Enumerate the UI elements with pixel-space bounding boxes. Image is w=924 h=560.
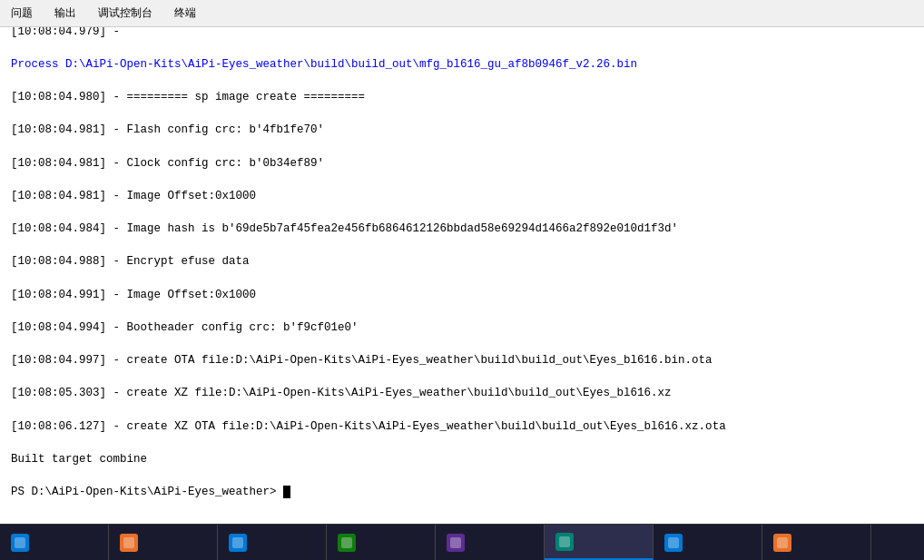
taskbar-icon-6 [664,534,683,552]
taskbar [0,524,924,560]
menubar-item-3[interactable]: 终端 [171,4,200,23]
taskbar-icon-0 [11,534,29,552]
terminal-line: [10:08:04.988] - Encrypt efuse data [11,253,913,270]
terminal-output[interactable]: [10:08:04.925] - 4K header found,append … [0,27,924,524]
menubar-item-1[interactable]: 输出 [51,4,80,23]
terminal-line: [10:08:04.979] - [11,27,913,40]
taskbar-item-0[interactable] [0,525,109,560]
menubar-item-2[interactable]: 调试控制台 [94,4,156,23]
svg-rect-7 [777,537,788,548]
terminal-line: [10:08:04.980] - ========= sp image crea… [11,89,913,105]
terminal-line: [10:08:06.127] - create XZ OTA file:D:\A… [11,418,913,435]
terminal-line: [10:08:04.981] - Image Offset:0x1000 [11,188,913,204]
taskbar-item-5[interactable] [545,525,654,560]
terminal-line: [10:08:05.303] - create XZ file:D:\AiPi-… [11,385,913,401]
svg-rect-3 [341,537,352,548]
taskbar-item-3[interactable] [327,525,436,560]
terminal-line: PS D:\AiPi-Open-Kits\AiPi-Eyes_weather> [11,484,913,500]
terminal-line: [10:08:04.984] - Image hash is b'69de5b7… [11,221,913,237]
svg-rect-5 [559,536,570,547]
terminal-line: [10:08:04.997] - create OTA file:D:\AiPi… [11,352,913,368]
taskbar-item-2[interactable] [218,525,327,560]
taskbar-item-4[interactable] [436,525,545,560]
main-window: 问题输出调试控制台终端 [10:08:04.925] - 4K header f… [0,0,924,560]
terminal-line: Process D:\AiPi-Open-Kits\AiPi-Eyes_weat… [11,56,913,73]
taskbar-icon-5 [555,533,574,551]
taskbar-icon-7 [773,534,791,552]
taskbar-icon-2 [229,534,247,552]
svg-rect-2 [232,537,243,548]
taskbar-icon-4 [447,534,465,552]
terminal-line: [10:08:04.994] - Bootheader config crc: … [11,319,913,336]
terminal-line: Built target combine [11,451,913,467]
terminal-line: [10:08:04.981] - Clock config crc: b'0b3… [11,155,913,172]
menubar-item-0[interactable]: 问题 [7,4,36,23]
taskbar-item-7[interactable] [762,525,871,560]
taskbar-item-1[interactable] [109,525,218,560]
svg-rect-4 [450,537,461,548]
taskbar-icon-1 [120,534,138,552]
terminal-cursor [283,486,290,498]
taskbar-icon-3 [338,534,356,552]
terminal-line: [10:08:04.991] - Image Offset:0x1000 [11,287,913,303]
svg-rect-0 [15,537,25,548]
menubar: 问题输出调试控制台终端 [0,0,924,27]
svg-rect-1 [123,537,134,548]
taskbar-item-6[interactable] [654,525,762,560]
svg-rect-6 [668,537,679,548]
terminal-line: [10:08:04.981] - Flash config crc: b'4fb… [11,122,913,138]
